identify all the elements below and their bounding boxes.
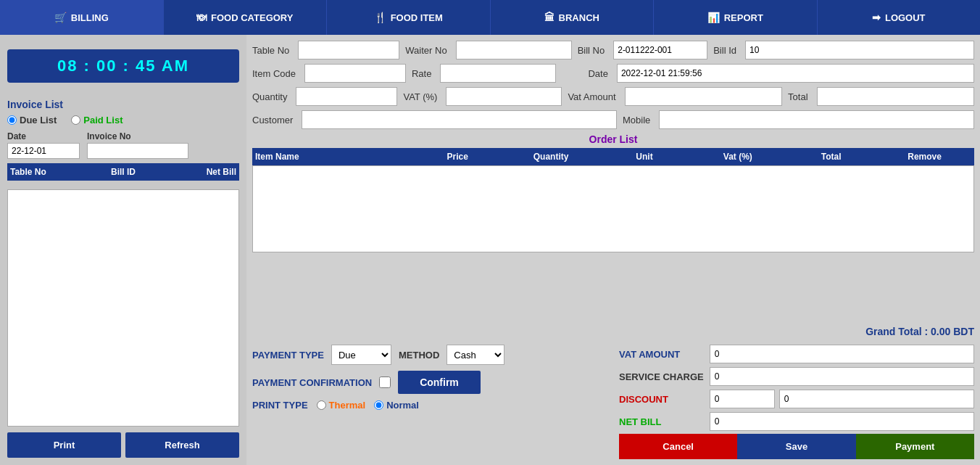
payment-method-select[interactable]: Cash Card Online	[447, 345, 504, 365]
order-col-price: Price	[411, 152, 504, 162]
payment-confirm-checkbox[interactable]	[379, 376, 391, 388]
table-no-label: Table No	[252, 45, 292, 56]
mobile-label: Mobile	[623, 115, 653, 125]
col-net-bill: Net Bill	[161, 167, 236, 177]
order-col-vat: Vat (%)	[691, 152, 784, 162]
due-list-radio[interactable]	[7, 115, 17, 125]
date-input[interactable]	[617, 64, 974, 83]
customer-label: Customer	[252, 115, 296, 125]
date-filter: Date	[7, 131, 80, 159]
discount-small-input[interactable]	[710, 390, 775, 408]
thermal-label: Thermal	[329, 400, 366, 411]
payment-confirm-label: PAYMENT CONFIRMATION	[252, 377, 372, 388]
vat-amount-input[interactable]	[625, 87, 782, 106]
food-item-icon: 🍴	[374, 12, 386, 23]
quantity-input[interactable]	[296, 87, 397, 106]
report-icon: 📊	[707, 12, 720, 23]
bill-no-input[interactable]	[613, 41, 707, 59]
bottom-action-buttons: Cancel Save Payment	[619, 434, 974, 459]
logout-icon: ➡	[872, 12, 881, 23]
bottom-section: PAYMENT TYPE Due Advance Paid METHOD Cas…	[252, 345, 974, 459]
rate-input[interactable]	[440, 64, 556, 83]
nav-food-category[interactable]: 🍽 FOOD CATEGORY	[164, 0, 328, 35]
invoice-list-section: Invoice List Due List Paid List Date Inv…	[7, 96, 239, 184]
total-input[interactable]	[817, 87, 974, 106]
service-charge-input[interactable]	[710, 367, 974, 386]
invoice-list-title: Invoice List	[7, 99, 239, 110]
customer-input[interactable]	[302, 110, 617, 129]
payment-type-row: PAYMENT TYPE Due Advance Paid METHOD Cas…	[252, 345, 612, 365]
due-list-radio-label[interactable]: Due List	[7, 115, 57, 125]
payment-summary: VAT AMOUNT SERVICE CHARGE DISCOUNT NET B…	[619, 345, 974, 459]
order-section: Order List Item Name Price Quantity Unit…	[252, 133, 974, 318]
order-data-area	[252, 165, 974, 252]
order-col-quantity: Quantity	[504, 152, 598, 162]
form-row-2: Item Code Rate Date	[252, 64, 974, 83]
net-bill-label: NET BILL	[619, 416, 704, 427]
nav-branch[interactable]: 🏛 BRANCH	[491, 0, 655, 35]
nav-food-item[interactable]: 🍴 FOOD ITEM	[327, 0, 491, 35]
payment-button[interactable]: Payment	[856, 434, 974, 459]
invoice-no-input[interactable]	[87, 143, 188, 159]
invoice-no-label: Invoice No	[87, 131, 188, 141]
form-row-4: Customer Mobile	[252, 110, 974, 129]
paid-list-label: Paid List	[83, 115, 122, 125]
date-filter-input[interactable]	[7, 143, 80, 159]
item-code-input[interactable]	[304, 64, 406, 83]
print-type-label: PRINT TYPE	[252, 400, 308, 411]
payment-type-label: PAYMENT TYPE	[252, 350, 324, 361]
date-label: Date	[588, 68, 610, 79]
total-label: Total	[788, 91, 810, 102]
payment-confirm-row: PAYMENT CONFIRMATION Confirm	[252, 371, 612, 394]
waiter-no-input[interactable]	[456, 41, 572, 59]
vat-pct-input[interactable]	[446, 87, 562, 106]
billing-icon: 🛒	[54, 12, 67, 23]
date-filter-label: Date	[7, 131, 80, 141]
order-col-remove: Remove	[878, 152, 971, 162]
service-charge-label: SERVICE CHARGE	[619, 371, 704, 382]
nav-report[interactable]: 📊 REPORT	[654, 0, 818, 35]
thermal-radio[interactable]	[317, 400, 326, 410]
discount-row	[710, 390, 974, 408]
thermal-radio-label[interactable]: Thermal	[317, 400, 366, 411]
payment-left: PAYMENT TYPE Due Advance Paid METHOD Cas…	[252, 345, 612, 411]
mobile-input[interactable]	[659, 110, 974, 129]
form-row-3: Quantity VAT (%) Vat Amount Total	[252, 87, 974, 106]
bill-no-label: Bill No	[578, 45, 608, 56]
net-bill-input[interactable]	[710, 412, 974, 431]
left-bottom-buttons: Print Refresh	[7, 432, 239, 458]
nav-logout[interactable]: ➡ LOGOUT	[818, 0, 981, 35]
cancel-button[interactable]: Cancel	[619, 434, 737, 459]
col-bill-id: Bill ID	[86, 167, 161, 177]
summary-grid: VAT AMOUNT SERVICE CHARGE DISCOUNT NET B…	[619, 345, 974, 431]
confirm-button[interactable]: Confirm	[398, 371, 481, 394]
order-table-header: Item Name Price Quantity Unit Vat (%) To…	[252, 148, 974, 165]
bill-id-input[interactable]	[745, 41, 974, 59]
due-list-label: Due List	[20, 115, 57, 125]
payment-type-select[interactable]: Due Advance Paid	[331, 345, 391, 365]
left-panel: 08 : 00 : 45 AM Invoice List Due List Pa…	[0, 35, 246, 465]
discount-total-input[interactable]	[779, 390, 974, 408]
paid-list-radio-label[interactable]: Paid List	[71, 115, 122, 125]
invoice-table-header: Table No Bill ID Net Bill	[7, 163, 239, 181]
filter-row: Date Invoice No	[7, 131, 239, 159]
print-button[interactable]: Print	[7, 432, 121, 458]
discount-label: DISCOUNT	[619, 394, 704, 405]
branch-icon: 🏛	[544, 12, 555, 23]
vat-amount-label: Vat Amount	[568, 91, 618, 102]
order-col-item-name: Item Name	[255, 152, 411, 162]
paid-list-radio[interactable]	[71, 115, 80, 125]
normal-radio[interactable]	[374, 400, 383, 410]
save-button[interactable]: Save	[737, 434, 855, 459]
invoice-filter-radios: Due List Paid List	[7, 115, 239, 125]
invoice-data-area	[7, 189, 239, 427]
table-no-input[interactable]	[298, 41, 399, 59]
vat-amount-summary-input[interactable]	[710, 345, 974, 363]
nav-billing[interactable]: 🛒 BILLING	[0, 0, 164, 35]
order-col-unit: Unit	[598, 152, 692, 162]
vat-pct-label: VAT (%)	[403, 91, 440, 102]
vat-amount-summary-label: VAT AMOUNT	[619, 349, 704, 360]
normal-radio-label[interactable]: Normal	[374, 400, 419, 411]
normal-label: Normal	[386, 400, 419, 411]
refresh-button[interactable]: Refresh	[125, 432, 239, 458]
